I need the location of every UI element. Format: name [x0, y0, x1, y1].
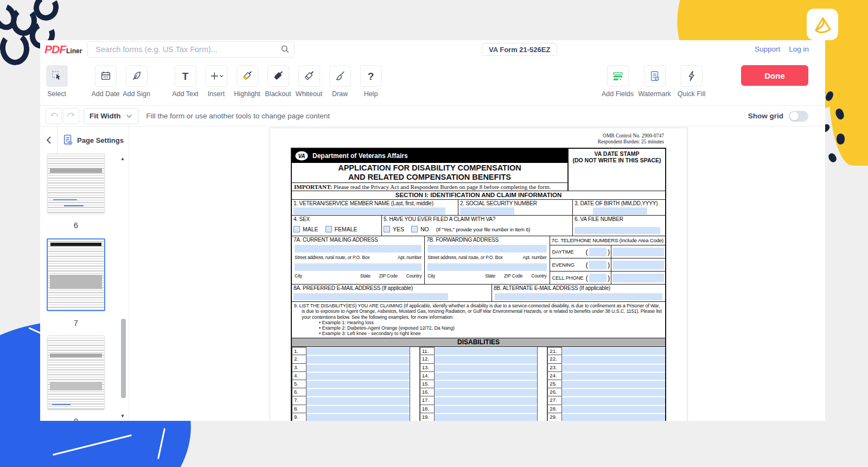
male-label: MALE — [303, 226, 318, 232]
disability-number: 5. — [292, 380, 307, 388]
disability-input[interactable] — [435, 396, 538, 405]
insert-button[interactable]: Insert — [201, 65, 232, 98]
yes-checkbox[interactable] — [384, 226, 390, 232]
draw-button[interactable]: Draw — [324, 65, 355, 98]
disability-input[interactable] — [562, 405, 665, 413]
evening-phone-input[interactable] — [612, 261, 664, 269]
pages-sidebar: Page Settings 6 — [40, 127, 129, 421]
disability-number: 3. — [292, 364, 307, 372]
done-button[interactable]: Done — [741, 65, 808, 86]
disability-input[interactable] — [562, 372, 665, 380]
disability-number: 2. — [292, 355, 307, 363]
male-checkbox[interactable] — [293, 226, 300, 232]
page-8-thumbnail[interactable] — [48, 336, 104, 409]
paren: ) — [608, 261, 610, 269]
va-file-number-input[interactable] — [575, 227, 660, 234]
disability-input[interactable] — [562, 347, 665, 355]
disability-number: 17. — [420, 396, 435, 405]
disability-input[interactable] — [562, 413, 665, 421]
disability-input[interactable] — [435, 347, 538, 355]
disability-input[interactable] — [307, 388, 410, 396]
add-sign-button[interactable]: Add Sign — [121, 65, 152, 98]
disability-input[interactable] — [435, 413, 538, 421]
evening-area-code-input[interactable] — [589, 261, 607, 269]
disability-input[interactable] — [435, 355, 538, 363]
disability-input[interactable] — [307, 413, 410, 421]
daytime-area-code-input[interactable] — [589, 248, 607, 256]
forwarding-city-input[interactable] — [427, 263, 546, 271]
disability-input[interactable] — [435, 380, 538, 388]
select-tool-button[interactable]: Select — [41, 65, 72, 98]
disability-input[interactable] — [435, 405, 538, 413]
cell-phone-input[interactable] — [612, 274, 664, 282]
pdf-app-icon — [807, 9, 838, 40]
alternate-email-input[interactable] — [495, 293, 662, 300]
scroll-down-arrow[interactable]: ▼ — [119, 413, 126, 419]
disability-input[interactable] — [307, 405, 410, 413]
sidebar-collapse-button[interactable] — [40, 127, 58, 154]
page-thumbnails-list: 6 7 8 ▲ — [40, 154, 129, 421]
page-6-thumbnail[interactable] — [48, 154, 104, 213]
search-icon[interactable] — [280, 45, 290, 54]
table-gap — [410, 396, 420, 405]
thumbnail-content — [64, 205, 84, 206]
disability-input[interactable] — [562, 388, 665, 396]
undo-button[interactable] — [46, 108, 62, 124]
whiteout-button[interactable]: Whiteout — [293, 65, 324, 98]
preferred-email-input[interactable] — [293, 293, 448, 300]
dob-input[interactable] — [593, 207, 647, 214]
redo-button[interactable] — [63, 108, 79, 124]
disability-input[interactable] — [307, 347, 410, 355]
mailing-street-input[interactable] — [295, 245, 422, 253]
disability-input[interactable] — [562, 396, 665, 405]
mailing-city-input[interactable] — [295, 263, 422, 271]
disability-input[interactable] — [562, 380, 665, 388]
disability-input[interactable] — [562, 364, 665, 372]
highlight-button[interactable]: Highlight — [232, 65, 263, 98]
add-text-button[interactable]: T Add Text — [170, 65, 201, 98]
search-input[interactable] — [94, 45, 280, 54]
login-link[interactable]: Log in — [789, 45, 809, 53]
important-note: IMPORTANT: Please read the Privacy Act a… — [292, 182, 567, 191]
daytime-phone-input[interactable] — [612, 248, 664, 256]
page-7-thumbnail-selected[interactable] — [47, 238, 105, 311]
disability-input[interactable] — [435, 364, 538, 372]
current-form-badge: VA Form 21-526EZ — [482, 43, 557, 56]
show-grid-toggle[interactable] — [789, 111, 808, 122]
text-icon: T — [175, 65, 196, 87]
example-2: Example 2: Diabetes-Agent Orange (expose… — [322, 325, 455, 331]
disability-input[interactable] — [435, 372, 538, 380]
disability-input[interactable] — [307, 355, 410, 363]
disability-input[interactable] — [307, 372, 410, 380]
bullet: • — [319, 331, 321, 336]
pdfliner-logo[interactable]: PDFLiner — [44, 43, 82, 56]
disability-input[interactable] — [307, 396, 410, 405]
cell-area-code-input[interactable] — [589, 274, 607, 282]
field-1-label: 1. VETERAN/SERVICE MEMBER NAME (Last, fi… — [293, 200, 456, 207]
quick-fill-button[interactable]: Quick Fill — [676, 65, 707, 98]
female-checkbox[interactable] — [326, 226, 332, 232]
omb-control-text: OMB Control No. 2900-0747 Respondent Bur… — [598, 133, 664, 144]
help-button[interactable]: ? Help — [355, 65, 386, 98]
disability-input[interactable] — [307, 380, 410, 388]
blackout-button[interactable]: Blackout — [263, 65, 293, 98]
select-tool-label: Select — [47, 90, 66, 98]
add-fields-button[interactable]: Add Fields — [602, 65, 633, 98]
sidebar-scrollbar-thumb[interactable] — [121, 319, 126, 398]
disability-input[interactable] — [307, 364, 410, 372]
support-link[interactable]: Support — [755, 45, 780, 53]
search-box[interactable] — [87, 41, 295, 58]
evening-label: EVENING — [550, 262, 585, 268]
watermark-button[interactable]: Watermark — [639, 65, 670, 98]
ssn-input[interactable] — [460, 207, 514, 214]
watermark-label: Watermark — [638, 90, 671, 98]
zoom-mode-dropdown[interactable]: Fit Width — [84, 108, 138, 124]
disability-input[interactable] — [435, 388, 538, 396]
scroll-up-arrow[interactable]: ▲ — [119, 156, 126, 161]
add-date-button[interactable]: Add Date — [90, 65, 121, 98]
no-checkbox[interactable] — [411, 226, 418, 232]
veteran-name-input[interactable] — [293, 207, 445, 214]
forwarding-street-input[interactable] — [427, 245, 546, 253]
disability-input[interactable] — [562, 355, 665, 363]
page-settings-button[interactable]: Page Settings — [58, 134, 129, 146]
